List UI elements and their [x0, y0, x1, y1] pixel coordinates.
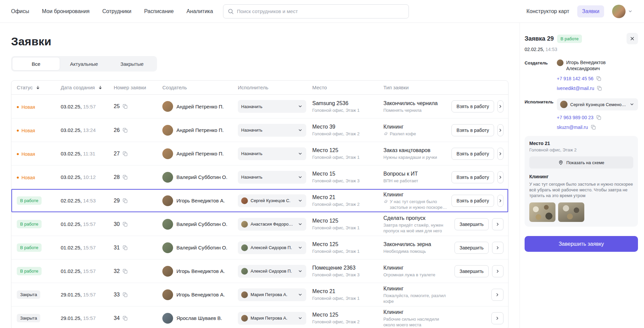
- table-row[interactable]: В работе01.02.25, 15:5730Валерий Субботи…: [11, 212, 508, 236]
- open-row-button[interactable]: [497, 171, 503, 183]
- assignee-dropdown[interactable]: Мария Петрова А.: [238, 312, 306, 325]
- close-panel-button[interactable]: [627, 33, 638, 44]
- copy-button[interactable]: [591, 125, 596, 130]
- copy-button[interactable]: [122, 316, 128, 321]
- open-row-button[interactable]: [492, 218, 503, 230]
- panel-assignee-dropdown[interactable]: Сергей Кузнецов Семенович: [557, 98, 638, 110]
- nav-item-map-constructor[interactable]: Конструктор карт: [527, 8, 570, 14]
- row-action-button[interactable]: Завершить: [454, 265, 489, 277]
- open-row-button[interactable]: [497, 100, 503, 112]
- table-row[interactable]: Закрыта29.01.25, 15:5734Ярослав Шуваев В…: [11, 306, 508, 328]
- nav-item-requests[interactable]: Заявки: [577, 5, 604, 17]
- assignee-dropdown[interactable]: Алексей Сидоров П.: [238, 265, 306, 278]
- copy-button[interactable]: [122, 292, 128, 297]
- assignee-dropdown[interactable]: Анастасия Федорова В.: [238, 218, 306, 231]
- nav-item-3[interactable]: Расписание: [144, 8, 174, 14]
- row-action-button[interactable]: Взять в работу: [451, 100, 494, 112]
- table-row[interactable]: В работе02.02.25, 14:5329Игорь Венедикто…: [11, 189, 508, 212]
- complete-request-button[interactable]: Завершить заявку: [525, 236, 638, 252]
- row-action-button[interactable]: Завершить: [454, 218, 489, 230]
- search-icon: [228, 8, 234, 14]
- nav-item-4[interactable]: Аналитика: [186, 8, 213, 14]
- place-title: Место 21: [529, 141, 633, 146]
- table-header: СтатусДата созданияНомер заявкиСоздатель…: [11, 81, 508, 95]
- status-badge: Закрыта: [17, 290, 40, 299]
- open-row-button[interactable]: [491, 312, 503, 324]
- status-badge: Закрыта: [17, 314, 40, 322]
- copy-button[interactable]: [597, 86, 602, 91]
- copy-icon: [596, 115, 601, 120]
- nav-item-0[interactable]: Офисы: [11, 8, 29, 14]
- open-row-button[interactable]: [497, 148, 503, 160]
- assignee-dropdown[interactable]: Мария Петрова А.: [238, 288, 306, 301]
- assignee-email-link[interactable]: skuzn@mail.ru: [557, 125, 588, 130]
- table-row[interactable]: В работе01.02.25, 15:5732Игорь Венедикто…: [11, 259, 508, 283]
- search-box[interactable]: [223, 4, 409, 18]
- assignee-dropdown[interactable]: Назначить: [238, 124, 306, 137]
- open-row-button[interactable]: [497, 195, 503, 207]
- column-header-0[interactable]: Статус: [11, 85, 55, 90]
- table-row[interactable]: Новая03.02.25, 11:3127Андрей Петренко П.…: [11, 142, 508, 165]
- user-menu[interactable]: [612, 5, 633, 18]
- assignee-dropdown[interactable]: Назначить: [238, 171, 306, 184]
- row-action-button[interactable]: Завершить: [454, 242, 489, 254]
- tab-1[interactable]: Актуальные: [60, 57, 108, 71]
- creator-phone-link[interactable]: +7 918 142 45 56: [557, 76, 593, 81]
- photo-thumbnail[interactable]: [558, 202, 584, 222]
- open-row-button[interactable]: [492, 265, 503, 277]
- copy-button[interactable]: [122, 222, 128, 227]
- nav-item-2[interactable]: Сотрудники: [102, 8, 131, 14]
- open-row-button[interactable]: [492, 242, 503, 254]
- row-action-button[interactable]: Взять в работу: [451, 195, 494, 207]
- place-title: Samsung 2536: [312, 100, 378, 107]
- assignee-dropdown[interactable]: Сергей Кузнецов С.: [238, 194, 306, 207]
- avatar: [162, 101, 173, 112]
- place-subtitle: Головной офис, Этаж 1: [312, 154, 378, 160]
- assignee-dropdown[interactable]: Назначить: [238, 100, 306, 113]
- creator-name: Андрей Петренко П.: [176, 151, 224, 156]
- table-body: Новая03.02.25, 15:5725Андрей Петренко П.…: [11, 95, 508, 328]
- copy-button[interactable]: [122, 198, 128, 203]
- photo-thumbnails: [529, 202, 633, 222]
- panel-assignee-avatar: [560, 101, 568, 108]
- copy-button[interactable]: [596, 76, 601, 81]
- copy-icon: [122, 104, 128, 109]
- open-row-button[interactable]: [491, 289, 503, 301]
- copy-button[interactable]: [122, 104, 128, 109]
- copy-button[interactable]: [122, 128, 128, 133]
- assignee-phone-link[interactable]: +7 963 989 00 23: [557, 115, 593, 120]
- table-row[interactable]: Закрыта29.01.25, 15:5733Игорь Венедиктов…: [11, 283, 508, 306]
- tab-0[interactable]: Все: [12, 57, 60, 71]
- show-on-map-button[interactable]: Показать на схеме: [529, 156, 633, 169]
- table-row[interactable]: Новая03.02.25, 13:2426Андрей Петренко П.…: [11, 118, 508, 142]
- row-action-button[interactable]: Взять в работу: [451, 171, 494, 183]
- copy-button[interactable]: [122, 175, 128, 180]
- copy-button[interactable]: [596, 115, 601, 120]
- creator-email-link[interactable]: ivenedikt@mail.ru: [557, 86, 594, 91]
- column-header-1[interactable]: Дата создания: [55, 85, 108, 90]
- assignee-dropdown[interactable]: Алексей Сидоров П.: [238, 241, 306, 254]
- request-number: 31: [114, 245, 120, 251]
- type-title: Клининг: [383, 124, 449, 130]
- tab-2[interactable]: Закрытые: [108, 57, 156, 71]
- creator-name: Игорь Венедиктов Александрович: [566, 59, 623, 72]
- assignee-dropdown[interactable]: Назначить: [238, 147, 306, 160]
- row-action-button[interactable]: Взять в работу: [451, 124, 494, 136]
- photo-thumbnail[interactable]: [529, 202, 555, 222]
- copy-button[interactable]: [122, 151, 128, 156]
- row-action-button[interactable]: Взять в работу: [451, 148, 494, 160]
- place-title: Место 125: [312, 147, 378, 154]
- status-badge: В работе: [17, 267, 42, 275]
- nav-item-1[interactable]: Мои бронирования: [42, 8, 90, 14]
- avatar: [241, 244, 248, 251]
- chevron-right-icon: [498, 128, 503, 133]
- copy-button[interactable]: [122, 269, 128, 274]
- search-input[interactable]: [237, 8, 404, 14]
- copy-button[interactable]: [122, 245, 128, 250]
- open-row-button[interactable]: [497, 124, 503, 136]
- table-row[interactable]: Новая03.02.25, 10:1228Валерий Субботин О…: [11, 165, 508, 189]
- copy-icon: [591, 125, 596, 130]
- table-row[interactable]: В работе01.02.25, 15:5731Валерий Субботи…: [11, 236, 508, 259]
- table-row[interactable]: Новая03.02.25, 15:5725Андрей Петренко П.…: [11, 95, 508, 118]
- creator-name: Валерий Субботин О.: [176, 174, 227, 180]
